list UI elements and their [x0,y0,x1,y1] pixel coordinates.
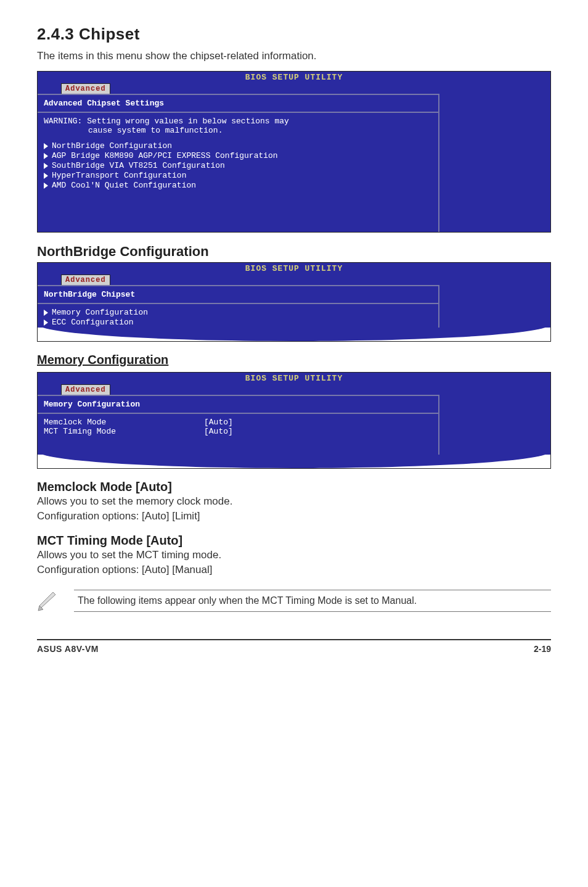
bios-titlebar: BIOS SETUP UTILITY Advanced [38,263,550,285]
triangle-icon [44,183,48,189]
triangle-icon [44,173,48,179]
bios-item-label: AMD Cool'N Quiet Configuration [52,181,196,190]
bios-panel-header: NorthBridge Chipset [38,285,438,304]
memory-config-heading: Memory Configuration [37,353,551,367]
mct-timing-options: Configuration options: [Auto] [Manual] [37,564,551,576]
bios-item-label: SouthBridge VIA VT8251 Configuration [52,161,225,170]
bios-screenshot-northbridge: BIOS SETUP UTILITY Advanced NorthBridge … [37,262,551,342]
memclock-mode-desc: Allows you to set the memory clock mode. [37,495,551,508]
bios-screenshot-memory: BIOS SETUP UTILITY Advanced Memory Confi… [37,372,551,469]
triangle-icon [44,143,48,149]
bios-help-panel [438,94,550,232]
northbridge-heading: NorthBridge Configuration [37,244,551,260]
bios-setting-key: Memclock Mode [44,418,204,427]
bios-submenu-item: SouthBridge VIA VT8251 Configuration [44,161,432,170]
bios-tab-advanced: Advanced [61,83,110,94]
bios-warning-line2: cause system to malfunction. [44,126,432,135]
note-text: The following items appear only when the… [74,590,551,612]
bios-item-label: Memory Configuration [52,308,148,317]
bios-item-label: ECC Configuration [52,318,134,327]
footer-product: ASUS A8V-VM [37,644,99,654]
bios-warning-line1: WARNING: Setting wrong values in below s… [44,117,432,126]
triangle-icon [44,320,48,326]
bios-panel-header: Advanced Chipset Settings [38,94,438,113]
bios-setting-key: MCT Timing Mode [44,427,204,436]
bios-setting-row: Memclock Mode [Auto] [44,418,432,427]
bios-setting-value: [Auto] [204,418,233,427]
mct-timing-heading: MCT Timing Mode [Auto] [37,534,551,548]
bios-help-panel [438,395,550,462]
bios-panel-header: Memory Configuration [38,395,438,414]
bios-screenshot-chipset: BIOS SETUP UTILITY Advanced Advanced Chi… [37,71,551,233]
bios-setting-value: [Auto] [204,427,233,436]
bios-item-label: AGP Bridge K8M890 AGP/PCI EXPRESS Config… [52,151,278,160]
section-intro: The items in this menu show the chipset-… [37,50,551,62]
bios-item-label: HyperTransport Configuration [52,171,186,180]
triangle-icon [44,310,48,316]
bios-title: BIOS SETUP UTILITY [38,73,550,82]
section-title: 2.4.3 Chipset [37,25,551,44]
bios-item-label: NorthBridge Configuration [52,141,172,151]
bios-title: BIOS SETUP UTILITY [38,374,550,383]
bios-setting-row: MCT Timing Mode [Auto] [44,427,432,436]
page-footer: ASUS A8V-VM 2-19 [37,639,551,654]
bios-submenu-item: AGP Bridge K8M890 AGP/PCI EXPRESS Config… [44,151,432,160]
note-row: The following items appear only when the… [37,590,551,614]
bios-submenu-item: AMD Cool'N Quiet Configuration [44,181,432,190]
memclock-mode-options: Configuration options: [Auto] [Limit] [37,510,551,522]
bios-submenu-item: ECC Configuration [44,318,432,327]
bios-submenu-item: NorthBridge Configuration [44,141,432,151]
bios-submenu-item: Memory Configuration [44,308,432,317]
memclock-mode-heading: Memclock Mode [Auto] [37,480,551,494]
triangle-icon [44,163,48,169]
bios-title: BIOS SETUP UTILITY [38,264,550,273]
triangle-icon [44,153,48,159]
footer-page-number: 2-19 [534,644,551,654]
bios-titlebar: BIOS SETUP UTILITY Advanced [38,72,550,94]
bios-tab-advanced: Advanced [61,384,110,395]
note-icon [37,590,59,614]
bios-tab-advanced: Advanced [61,274,110,285]
bios-titlebar: BIOS SETUP UTILITY Advanced [38,373,550,395]
bios-submenu-item: HyperTransport Configuration [44,171,432,180]
mct-timing-desc: Allows you to set the MCT timing mode. [37,549,551,561]
